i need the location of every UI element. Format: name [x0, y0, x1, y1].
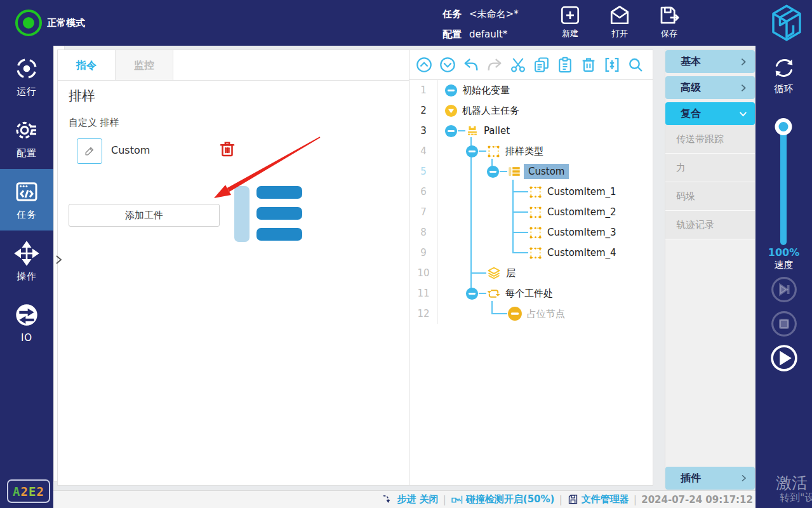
instruction-item[interactable]: 码垛 [665, 182, 755, 211]
tool-collapse-all-button[interactable] [603, 56, 621, 74]
triangle-circle-yellow-icon [444, 104, 458, 117]
tree-node-label: 排样类型 [505, 145, 543, 157]
chevron-down-icon [738, 109, 749, 119]
chevron-right-icon [738, 57, 749, 67]
clock: 2024-07-24 09:17:12 [641, 494, 753, 505]
tree-toolbar [409, 50, 653, 80]
pattern-preview-item [256, 207, 302, 220]
chevron-right-icon [738, 83, 749, 93]
tool-move-down-button[interactable] [439, 56, 456, 74]
speed-label: 速度 [755, 259, 812, 271]
tree-node-label: CustomItem_4 [547, 247, 616, 258]
delete-pattern-button[interactable] [218, 139, 237, 162]
instruction-category-panel: 基本高级复合 传送带跟踪力码垛轨迹记录 插件 [665, 50, 755, 490]
sidebar-item-task[interactable]: 任务 [0, 169, 53, 231]
left-sidebar: 运行配置任务操作IO A2E2 [0, 46, 53, 508]
program-tree-panel: 1初始化变量2机器人主任务3Pallet4排样类型5Custom6CustomI… [409, 50, 653, 486]
category-label: 高级 [681, 81, 701, 95]
category-基本-button[interactable]: 基本 [665, 50, 755, 73]
layers-icon [486, 265, 502, 281]
minus-circle-yellow-icon [507, 306, 522, 321]
open-file-button[interactable]: 打开 [608, 4, 631, 39]
speed-slider[interactable] [780, 121, 787, 245]
tree-row-10[interactable]: 10层 [409, 263, 653, 283]
config-value: default* [469, 26, 507, 43]
new-file-button[interactable]: 新建 [559, 4, 582, 39]
tab-instruction[interactable]: 指令 [58, 50, 116, 80]
file-manager-button[interactable]: 文件管理器 [567, 493, 629, 505]
topbar-actions: 新建打开保存 [559, 4, 681, 39]
tree-node-label: CustomItem_1 [547, 186, 616, 197]
tree-node-label: 占位节点 [527, 308, 565, 320]
collision-icon [451, 493, 463, 506]
collapse-toggle-icon[interactable] [465, 287, 479, 300]
tree-row-number: 5 [409, 161, 438, 182]
tool-delete-button[interactable] [580, 56, 597, 74]
category-高级-button[interactable]: 高级 [665, 76, 755, 99]
task-config-block: 任务 <未命名>* 配置 default* [443, 6, 519, 46]
step-mode-label: 步进 关闭 [397, 493, 438, 505]
play-button[interactable] [771, 345, 797, 371]
file-manager-icon [567, 493, 579, 505]
tool-copy-button[interactable] [533, 56, 550, 74]
loop-mode-icon[interactable] [772, 56, 796, 80]
loop-mode-label: 循环 [775, 83, 794, 95]
collapse-toggle-icon[interactable] [486, 165, 500, 178]
tool-undo-button[interactable] [462, 56, 480, 74]
config-icon [14, 117, 39, 143]
tool-cut-button[interactable] [509, 56, 527, 74]
sidebar-item-operate[interactable]: 操作 [0, 231, 53, 292]
tree-row-number: 11 [409, 283, 438, 304]
tab-bar: 指令 监控 [58, 50, 409, 81]
edit-pattern-button[interactable] [77, 138, 102, 164]
category-复合-button[interactable]: 复合 [665, 102, 755, 125]
divider: | [443, 493, 446, 505]
instruction-item[interactable]: 力 [665, 154, 755, 182]
speed-slider-handle[interactable] [775, 118, 792, 135]
tree-row-12[interactable]: 12占位节点 [409, 304, 653, 324]
instruction-item[interactable]: 传送带跟踪 [665, 125, 755, 154]
teach-pendant-app: 正常模式 任务 <未命名>* 配置 default* 新建打开保存 运行配置任务… [0, 0, 812, 508]
status-bar: 步进 关闭 | 碰撞检测开启(50%) | [53, 490, 755, 508]
collapse-toggle-icon[interactable] [444, 124, 458, 138]
sidebar-item-run[interactable]: 运行 [0, 46, 53, 107]
new-file-icon [559, 4, 582, 27]
collapse-toggle-icon[interactable] [465, 145, 479, 158]
tool-paste-button[interactable] [556, 56, 574, 74]
step-mode-status[interactable]: 步进 关闭 [382, 493, 438, 506]
sidebar-item-config[interactable]: 配置 [0, 107, 53, 169]
tool-move-up-button[interactable] [415, 56, 433, 74]
tree-row-3[interactable]: 3Pallet [409, 121, 653, 141]
chevron-right-icon [738, 473, 749, 483]
list-yellow-icon [507, 164, 521, 178]
tree-row-11[interactable]: 11每个工件处 [409, 283, 653, 304]
file-manager-label: 文件管理器 [582, 493, 629, 505]
save-file-button[interactable]: 保存 [658, 4, 681, 39]
tree-row-1[interactable]: 1初始化变量 [409, 80, 653, 100]
move-down-icon [439, 56, 456, 74]
sidebar-item-io[interactable]: IO [0, 292, 53, 354]
plugin-button[interactable]: 插件 [665, 467, 755, 490]
tool-redo-button[interactable] [486, 56, 503, 74]
tree-row-6[interactable]: 6CustomItem_1 [409, 182, 653, 202]
tree-node-label: Pallet [484, 125, 510, 137]
tree-row-5[interactable]: 5Custom [409, 161, 653, 182]
open-file-icon [608, 4, 631, 27]
tool-search-button[interactable] [627, 56, 644, 74]
collision-detect-status[interactable]: 碰撞检测开启(50%) [451, 493, 555, 506]
tab-monitor[interactable]: 监控 [116, 50, 173, 80]
add-workpiece-button[interactable]: 添加工件 [69, 204, 220, 227]
stop-button[interactable] [771, 311, 797, 337]
tree-row-8[interactable]: 8CustomItem_3 [409, 222, 653, 243]
tree-row-4[interactable]: 4排样类型 [409, 141, 653, 161]
copy-icon [533, 56, 550, 74]
tree-row-9[interactable]: 9CustomItem_4 [409, 243, 653, 263]
tree-row-2[interactable]: 2机器人主任务 [409, 100, 653, 121]
robot-model-badge[interactable]: A2E2 [7, 479, 50, 503]
paste-icon [556, 56, 574, 74]
main-area: 指令 监控 排样 自定义 排样 Custom [53, 46, 755, 508]
skip-button[interactable] [771, 277, 797, 302]
right-sidebar: 循环 100% 速度 激活 转到"设 [755, 46, 812, 508]
tree-row-7[interactable]: 7CustomItem_2 [409, 202, 653, 222]
instruction-item[interactable]: 轨迹记录 [665, 211, 755, 239]
